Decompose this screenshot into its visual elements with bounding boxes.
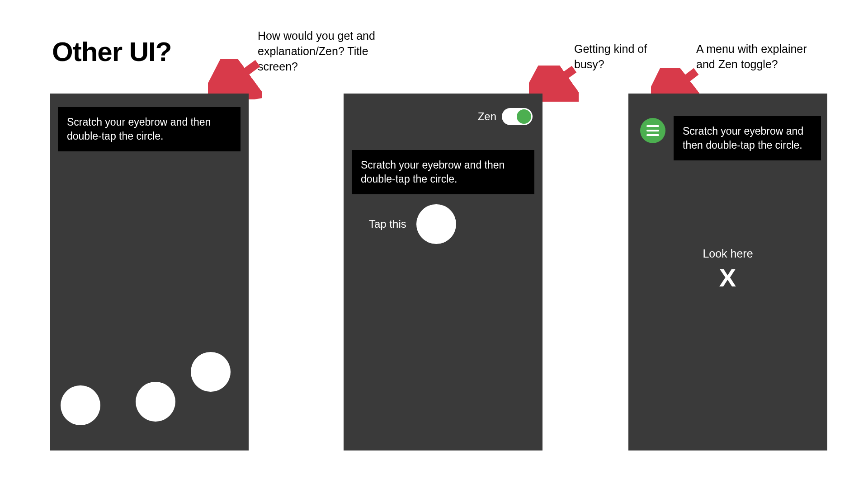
mock-screen-2: Zen Scratch your eyebrow and then double… bbox=[344, 94, 542, 450]
tap-target-circle[interactable] bbox=[61, 385, 100, 425]
mock-screen-1: Scratch your eyebrow and then double-tap… bbox=[50, 94, 249, 450]
mock-screen-3: Scratch your eyebrow and then double-tap… bbox=[628, 94, 827, 450]
tap-label: Tap this bbox=[369, 218, 406, 230]
zen-toggle-row: Zen bbox=[478, 108, 533, 125]
slide-canvas: Other UI? How would you get and explanat… bbox=[0, 0, 868, 488]
annotation-3: A menu with explainer and Zen toggle? bbox=[696, 42, 823, 72]
annotation-1: How would you get and explanation/Zen? T… bbox=[258, 28, 402, 74]
svg-line-1 bbox=[221, 63, 258, 90]
hamburger-icon bbox=[646, 130, 659, 131]
look-label: Look here bbox=[628, 247, 827, 260]
instruction-text: Scratch your eyebrow and then double-tap… bbox=[674, 116, 821, 160]
look-target: Look here X bbox=[628, 247, 827, 292]
toggle-knob bbox=[517, 109, 531, 124]
tap-target-circle[interactable] bbox=[191, 352, 231, 392]
tap-hint-row: Tap this bbox=[369, 204, 456, 244]
zen-toggle[interactable] bbox=[502, 108, 533, 125]
instruction-text: Scratch your eyebrow and then double-tap… bbox=[58, 107, 241, 151]
svg-line-3 bbox=[540, 69, 574, 94]
annotation-2: Getting kind of busy? bbox=[574, 42, 665, 72]
page-title: Other UI? bbox=[52, 36, 171, 67]
menu-button[interactable] bbox=[640, 118, 665, 143]
zen-label: Zen bbox=[478, 110, 496, 123]
tap-target-circle[interactable] bbox=[416, 204, 456, 244]
instruction-text: Scratch your eyebrow and then double-tap… bbox=[352, 150, 534, 194]
hamburger-icon bbox=[646, 134, 659, 136]
tap-target-circle[interactable] bbox=[136, 382, 175, 422]
look-mark: X bbox=[628, 263, 827, 292]
hamburger-icon bbox=[646, 125, 659, 127]
